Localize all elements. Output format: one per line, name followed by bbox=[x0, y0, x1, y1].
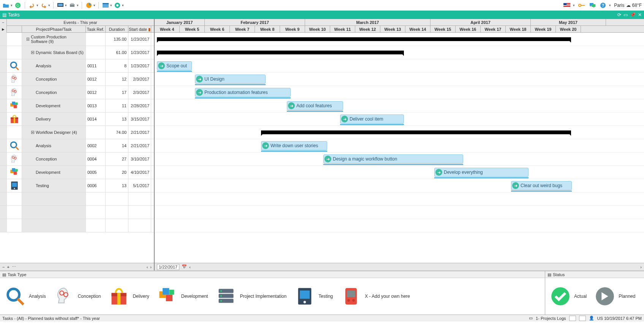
nav-next-icon[interactable]: › bbox=[640, 265, 642, 269]
grid-row[interactable]: Conception 0004 27 3/10/2017 bbox=[0, 153, 154, 166]
grid-row[interactable]: Dynamic Status Board (5) 61.00 1/23/2017 bbox=[0, 46, 154, 59]
row-marker-icon[interactable]: ▶ bbox=[2, 27, 5, 31]
week-header[interactable]: Week 13 bbox=[380, 26, 405, 33]
task-bar[interactable]: ➜Design a magic workflow button bbox=[323, 154, 463, 164]
filter-button[interactable] bbox=[114, 2, 121, 9]
task-bar[interactable]: ➜Production automation features bbox=[195, 88, 291, 97]
grid-row[interactable]: Conception 0012 17 2/3/2017 bbox=[0, 86, 154, 99]
undo-button[interactable] bbox=[28, 2, 36, 9]
legend-status-actual[interactable]: Actual bbox=[550, 286, 587, 307]
grid-row[interactable]: Delivery 0014 13 3/15/2017 bbox=[0, 113, 154, 126]
redo-button[interactable] bbox=[40, 2, 47, 9]
collapse-icon[interactable] bbox=[31, 51, 34, 54]
col-icon-header[interactable] bbox=[7, 26, 22, 32]
week-header[interactable]: Week 20 bbox=[556, 26, 581, 33]
task-bar[interactable]: ➜Add cool features bbox=[287, 101, 343, 110]
scroll-right-icon[interactable]: › bbox=[150, 265, 152, 269]
collapse-icon[interactable] bbox=[27, 38, 29, 41]
column-headers: Project/Phase/Task Task Ref. Duration St… bbox=[7, 26, 154, 33]
grid-row[interactable]: Workflow Designer (4) 74.00 2/21/2017 bbox=[0, 126, 154, 139]
week-header[interactable]: Week 11 bbox=[330, 26, 355, 33]
summary-bar[interactable] bbox=[261, 130, 571, 134]
task-bar[interactable]: ➜Deliver cool item bbox=[340, 114, 404, 124]
collapse-all-icon[interactable]: − bbox=[2, 21, 5, 25]
task-bar[interactable]: ➜Scope out bbox=[157, 61, 192, 70]
scroll-left-icon[interactable]: ‹ bbox=[147, 265, 148, 269]
minus-button[interactable]: − bbox=[2, 265, 5, 269]
open-folder-button[interactable] bbox=[2, 2, 10, 9]
col-duration-header[interactable]: Duration bbox=[106, 26, 128, 32]
week-header[interactable]: Week 8 bbox=[255, 26, 280, 33]
legend-status-planned[interactable]: Planned bbox=[594, 286, 635, 307]
pin-icon[interactable]: 📌 bbox=[630, 12, 636, 17]
month-header[interactable]: February 2017 bbox=[205, 19, 305, 25]
grid-row[interactable]: Custom Production Software (9) 135.00 1/… bbox=[0, 33, 154, 46]
week-header[interactable]: Week 6 bbox=[205, 26, 230, 33]
refresh-button[interactable] bbox=[14, 2, 22, 9]
col-start-header[interactable]: Start date ▮ bbox=[128, 26, 151, 32]
display-button[interactable] bbox=[57, 2, 64, 9]
legend-item-development[interactable]: Development bbox=[157, 286, 208, 307]
help-icon[interactable]: ? bbox=[599, 2, 607, 9]
calendar-icon[interactable]: 📅 bbox=[182, 264, 187, 269]
week-header[interactable]: Week 19 bbox=[531, 26, 556, 33]
grid-row[interactable]: Development 0005 20 4/10/2017 bbox=[0, 166, 154, 179]
view-btn-2[interactable] bbox=[579, 316, 586, 321]
task-bar[interactable]: ➜Develop everything bbox=[434, 168, 528, 177]
legend-item-analysis[interactable]: Analysis bbox=[5, 286, 46, 307]
grid-row[interactable]: Analysis 0002 14 2/21/2017 bbox=[0, 139, 154, 153]
refresh-window-icon[interactable]: ⟳ bbox=[617, 12, 621, 17]
summary-bar[interactable] bbox=[157, 37, 571, 41]
week-header[interactable]: Week 10 bbox=[305, 26, 330, 33]
month-header[interactable]: March 2017 bbox=[305, 19, 430, 25]
week-header[interactable]: Week 15 bbox=[430, 26, 456, 33]
grid-row[interactable]: Analysis 0011 8 1/23/2017 bbox=[0, 59, 154, 73]
week-header[interactable]: Week 16 bbox=[456, 26, 481, 33]
task-bar[interactable]: ➜UI Design bbox=[195, 75, 266, 84]
task-bar[interactable]: ➜Clear out weird bugs bbox=[511, 181, 572, 190]
month-header[interactable]: January 2017 bbox=[155, 19, 205, 25]
view-btn-1[interactable] bbox=[569, 316, 576, 321]
col-name-header[interactable]: Project/Phase/Task bbox=[22, 26, 86, 32]
screen-icon[interactable]: ▭ bbox=[623, 12, 628, 17]
dots-button[interactable]: ⋯ bbox=[12, 264, 16, 269]
key-icon[interactable] bbox=[578, 2, 585, 9]
chat-icon[interactable] bbox=[589, 2, 596, 9]
grid-row[interactable]: Conception 0012 12 2/3/2017 bbox=[0, 73, 154, 86]
legend-item-implementation[interactable]: Project Implementation bbox=[215, 286, 286, 307]
month-header[interactable]: April 2017 bbox=[430, 19, 531, 25]
week-header[interactable]: Week 7 bbox=[230, 26, 255, 33]
flag-us-icon[interactable] bbox=[563, 2, 571, 9]
grid-row[interactable]: Development 0013 11 2/28/2017 bbox=[0, 99, 154, 113]
legend-item-delivery[interactable]: Delivery bbox=[108, 286, 149, 307]
week-header[interactable]: Week 9 bbox=[280, 26, 305, 33]
week-header[interactable]: Week 14 bbox=[405, 26, 430, 33]
nav-prev-icon[interactable]: ‹ bbox=[189, 265, 191, 269]
dropdown-icon[interactable]: ▾ bbox=[11, 3, 13, 7]
col-ref-header[interactable]: Task Ref. bbox=[86, 26, 106, 32]
legend-item-conception[interactable]: Conception bbox=[54, 286, 101, 307]
collapse-icon[interactable] bbox=[31, 131, 34, 134]
svg-point-66 bbox=[352, 299, 355, 302]
month-header[interactable]: May 2017 bbox=[531, 19, 606, 25]
week-header[interactable]: Week 18 bbox=[506, 26, 531, 33]
screen-small-icon[interactable]: ▭ bbox=[529, 316, 533, 321]
task-bar[interactable]: ➜Write down user stories bbox=[261, 141, 327, 150]
legend-item-addown[interactable]: X - Add your own here bbox=[340, 286, 410, 307]
week-header[interactable]: Week 17 bbox=[481, 26, 506, 33]
summary-bar[interactable] bbox=[157, 51, 404, 54]
status-center[interactable]: 1- Projects Logs bbox=[536, 316, 566, 321]
window-button[interactable] bbox=[102, 2, 109, 9]
grid-row[interactable]: Testing 0006 13 5/1/2017 bbox=[0, 179, 154, 192]
gantt-body[interactable]: ➜Scope out➜UI Design➜Production automati… bbox=[155, 33, 644, 263]
date-nav[interactable]: 1/22/2017 bbox=[157, 264, 179, 270]
print-button[interactable] bbox=[68, 2, 76, 9]
user-icon[interactable]: 👤 bbox=[589, 316, 594, 321]
week-header[interactable]: Week 12 bbox=[355, 26, 380, 33]
chart-button[interactable] bbox=[85, 2, 93, 9]
week-header[interactable]: Week 5 bbox=[180, 26, 205, 33]
legend-item-testing[interactable]: Testing bbox=[294, 286, 333, 307]
close-icon[interactable]: ✕ bbox=[638, 12, 642, 17]
plus-button[interactable]: + bbox=[7, 265, 9, 269]
week-header[interactable]: Week 4 bbox=[155, 26, 180, 33]
